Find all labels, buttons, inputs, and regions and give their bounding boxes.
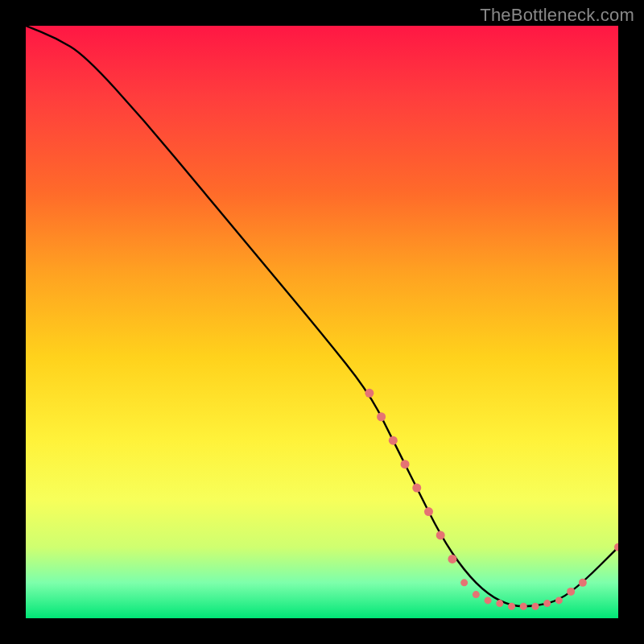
data-point: [424, 507, 433, 516]
data-point: [508, 603, 515, 610]
plot-area: [26, 26, 618, 618]
chart-svg: [26, 26, 618, 618]
data-point: [365, 389, 374, 398]
watermark-text: TheBottleneck.com: [480, 5, 634, 26]
data-point: [555, 597, 563, 604]
data-point: [473, 591, 480, 598]
data-point: [543, 600, 551, 607]
data-point: [531, 603, 539, 610]
chart-frame: TheBottleneck.com: [0, 0, 644, 644]
data-point: [579, 579, 587, 587]
data-point: [460, 579, 468, 586]
data-point: [448, 555, 456, 564]
data-point: [520, 603, 527, 610]
data-point: [436, 530, 445, 539]
bottleneck-curve: [26, 26, 618, 606]
data-point: [412, 484, 421, 493]
data-point: [496, 600, 503, 607]
data-point: [389, 436, 398, 445]
markers-layer: [365, 389, 618, 610]
curve-layer: [26, 26, 618, 606]
data-point: [377, 412, 386, 421]
data-point: [401, 460, 410, 469]
data-point: [567, 588, 575, 596]
data-point: [485, 597, 492, 604]
